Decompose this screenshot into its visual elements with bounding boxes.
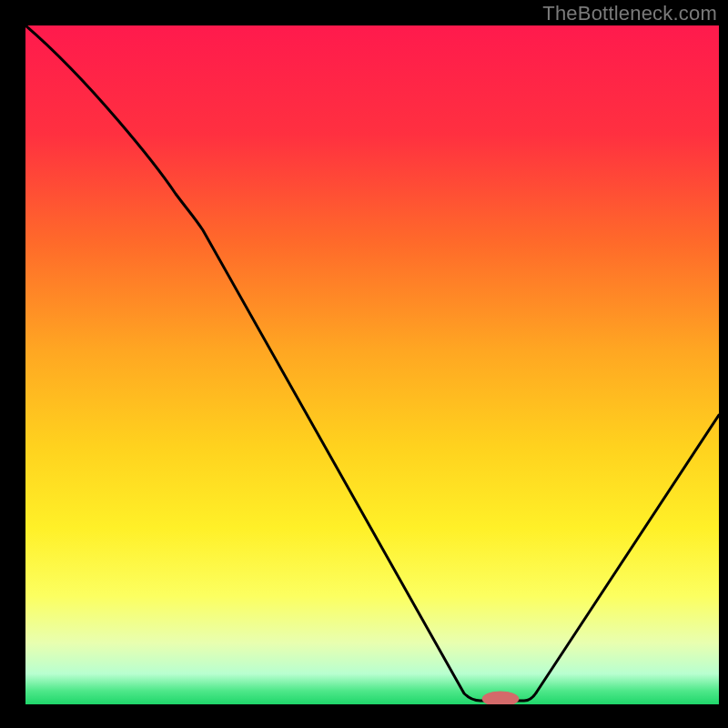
chart-stage: TheBottleneck.com <box>0 0 728 728</box>
attribution-watermark: TheBottleneck.com <box>542 2 717 25</box>
plot-svg <box>25 25 719 704</box>
plot-area <box>25 25 719 704</box>
optimum-marker <box>482 692 519 704</box>
gradient-background <box>25 25 719 704</box>
